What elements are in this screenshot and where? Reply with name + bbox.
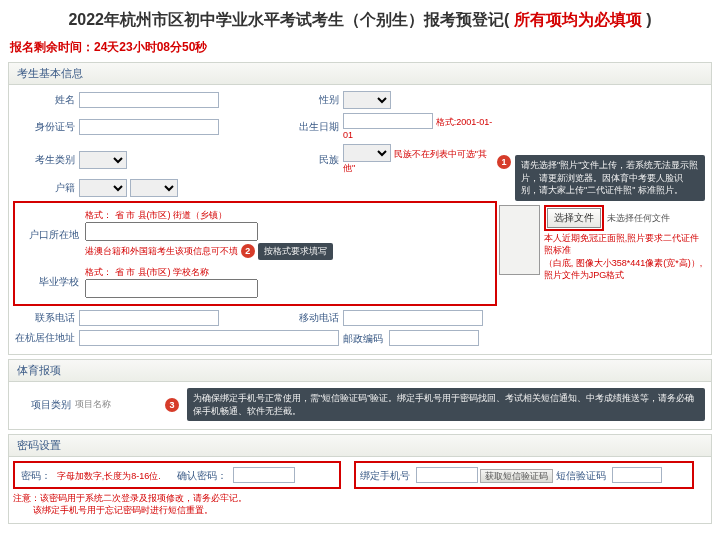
- label-gender: 性别: [272, 89, 341, 111]
- label-postcode: 邮政编码: [343, 333, 383, 344]
- label-confirmpwd: 确认密码：: [177, 470, 227, 481]
- section-basic: 姓名 性别 1 请先选择"照片"文件上传，若系统无法显示照片，请更新浏览器。因体…: [8, 84, 712, 355]
- input-hukou-place[interactable]: [85, 222, 258, 241]
- input-bindphone[interactable]: [416, 467, 478, 483]
- section-header-sports: 体育报项: [8, 359, 712, 381]
- select-nation[interactable]: [343, 144, 391, 162]
- label-idno: 身份证号: [13, 111, 77, 142]
- section-header-password: 密码设置: [8, 434, 712, 456]
- warn-line2: 该绑定手机号用于忘记密码时进行短信重置。: [13, 505, 707, 517]
- input-name[interactable]: [79, 92, 219, 108]
- label-hukou: 户籍: [13, 177, 77, 199]
- input-mobile[interactable]: [343, 310, 483, 326]
- badge-2: 2: [241, 244, 255, 258]
- label-projname: 项目名称: [75, 399, 111, 409]
- photo-note-1: 本人近期免冠正面照,照片要求二代证件照标准: [544, 233, 705, 256]
- title-end: ): [646, 11, 651, 28]
- select-stutype[interactable]: [79, 151, 127, 169]
- section-password: 密码： 字母加数字,长度为8-16位. 确认密码： 绑定手机号 获取短信验证码 …: [8, 456, 712, 523]
- input-address[interactable]: [79, 330, 339, 346]
- label-password: 密码：: [21, 470, 51, 481]
- password-hint: 字母加数字,长度为8-16位.: [57, 471, 161, 481]
- file-select-button[interactable]: 选择文件: [547, 208, 601, 228]
- label-nation: 民族: [272, 142, 341, 177]
- button-bar: 保存 退出: [8, 528, 712, 535]
- title-main: 2022年杭州市区初中学业水平考试考生（个别生）报考预登记(: [68, 11, 509, 28]
- input-postcode[interactable]: [389, 330, 479, 346]
- sms-button[interactable]: 获取短信验证码: [480, 469, 553, 483]
- title-highlight: 所有项均为必填项: [509, 11, 646, 28]
- badge-1: 1: [497, 155, 511, 169]
- hukou-note: 港澳台籍和外国籍考生该项信息可不填: [85, 246, 238, 256]
- input-birth[interactable]: [343, 113, 433, 129]
- warn-line1: 注意：该密码用于系统二次登录及报项修改，请务必牢记。: [13, 493, 707, 505]
- phone-box: 绑定手机号 获取短信验证码 短信验证码: [354, 461, 694, 489]
- select-gender[interactable]: [343, 91, 391, 109]
- section-header-basic: 考生基本信息: [8, 62, 712, 84]
- photo-note-2: （白底, 图像大小358*441像素(宽*高)）, 照片文件为JPG格式: [544, 258, 705, 281]
- label-birth: 出生日期: [272, 111, 341, 142]
- input-idno[interactable]: [79, 119, 219, 135]
- label-name: 姓名: [13, 89, 77, 111]
- input-confirmpwd[interactable]: [233, 467, 295, 483]
- input-contact[interactable]: [79, 310, 219, 326]
- label-contact: 联系电话: [13, 308, 77, 328]
- password-box: 密码： 字母加数字,长度为8-16位. 确认密码：: [13, 461, 341, 489]
- school-format-hint: 格式： 省 市 县(市区) 学校名称: [85, 266, 487, 279]
- tooltip-format: 按格式要求填写: [258, 243, 333, 260]
- input-gradschool[interactable]: [85, 279, 258, 298]
- file-none-text: 未选择任何文件: [607, 213, 670, 223]
- label-smscode: 短信验证码: [556, 470, 606, 481]
- label-projtype: 项目类别: [13, 386, 73, 423]
- page-title: 2022年杭州市区初中学业水平考试考生（个别生）报考预登记( 所有项均为必填项 …: [8, 4, 712, 35]
- label-bindphone: 绑定手机号: [360, 470, 410, 481]
- hukou-format-hint: 格式： 省 市 县(市区) 街道（乡镇）: [85, 209, 487, 222]
- badge-3: 3: [165, 398, 179, 412]
- photo-preview: [499, 205, 540, 275]
- label-mobile: 移动电话: [272, 308, 341, 328]
- select-hukou-b[interactable]: [130, 179, 178, 197]
- select-hukou-a[interactable]: [79, 179, 127, 197]
- input-smscode[interactable]: [612, 467, 662, 483]
- label-stutype: 考生类别: [13, 142, 77, 177]
- countdown-text: 报名剩余时间：24天23小时08分50秒: [8, 35, 712, 62]
- sms-tip: 为确保绑定手机号正常使用，需"短信验证码"验证。绑定手机号用于密码找回、考试相关…: [187, 388, 705, 421]
- label-gradschool: 毕业学校: [21, 264, 81, 300]
- label-address: 在杭居住地址: [13, 328, 77, 348]
- photo-tip-1: 请先选择"照片"文件上传，若系统无法显示照片，请更新浏览器。因体育中考要人脸识别…: [515, 155, 705, 201]
- section-sports: 项目类别 项目名称 3 为确保绑定手机号正常使用，需"短信验证码"验证。绑定手机…: [8, 381, 712, 430]
- label-hukou-place: 户口所在地: [21, 207, 81, 262]
